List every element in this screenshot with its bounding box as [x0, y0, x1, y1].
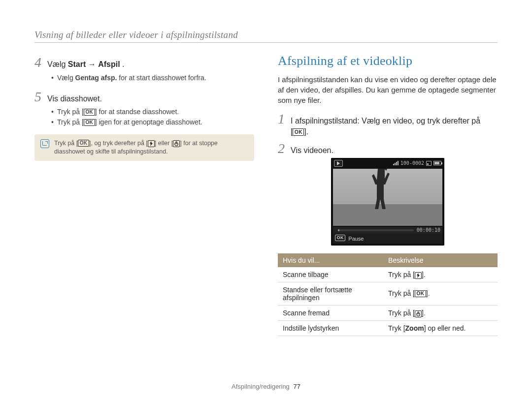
note-mid1: ], og tryk derefter på [ — [89, 140, 148, 147]
step-1: 1 I afspilningstilstand: Vælg en video, … — [278, 112, 498, 137]
cell-desc: Tryk [Zoom] op eller ned. — [383, 320, 498, 336]
screen-body — [333, 169, 442, 226]
list-item: Tryk på [OK] for at standse diasshowet. — [51, 107, 254, 117]
camera-screen: 100-0002 — [331, 158, 444, 246]
left-column: 4 Vælg Start → Afspil . Vælg Gentag afsp… — [34, 54, 254, 336]
cell-desc: Tryk på [OK]. — [383, 282, 498, 305]
note-text: Tryk på [OK], og tryk derefter på [] ell… — [54, 139, 248, 156]
ok-icon: OK — [78, 140, 89, 147]
table-row: Standse eller fortsætte afspilningen Try… — [278, 282, 498, 305]
step-number: 4 — [34, 56, 47, 69]
desc-bold: Zoom — [405, 324, 424, 332]
th-description: Beskrivelse — [383, 253, 498, 267]
bullet-prefix: Vælg — [57, 74, 75, 82]
step-text: Vis diasshowet. — [47, 93, 102, 104]
breadcrumb: Visning af billeder eller videoer i afsp… — [34, 30, 498, 43]
ok-icon: OK — [335, 235, 345, 241]
screenshot-wrap: 100-0002 — [278, 158, 498, 246]
bullet-post: ] for at standse diasshowet. — [95, 108, 179, 116]
timer-icon — [415, 310, 422, 317]
step-number: 2 — [278, 142, 291, 155]
footer-section: Afspilning/redigering — [232, 383, 290, 390]
flash-icon — [415, 272, 422, 279]
list-item: Vælg Gentag afsp. for at start diasshowe… — [51, 73, 254, 83]
ok-icon: OK — [415, 290, 426, 297]
cell-desc: Tryk på []. — [383, 267, 498, 282]
note-icon — [40, 139, 49, 148]
cell-action: Standse eller fortsætte afspilningen — [278, 282, 383, 305]
screen-progress-strip: 00:00:10 — [333, 227, 442, 234]
step4-arrow: → — [86, 60, 98, 68]
elapsed-time: 00:00:10 — [417, 227, 440, 233]
step4-suffix: . — [120, 60, 125, 68]
cell-desc: Tryk på []. — [383, 305, 498, 320]
screen-top-bar: 100-0002 — [333, 160, 442, 168]
flash-icon — [148, 140, 155, 147]
step-text: Vælg Start → Afspil . — [47, 58, 124, 70]
desc-post: ]. — [422, 309, 426, 317]
file-counter: 100-0002 — [400, 160, 424, 166]
bullet-pre: Tryk på [ — [57, 108, 84, 116]
footer: Afspilning/redigering 77 — [0, 383, 532, 390]
desc-post: ]. — [422, 271, 426, 278]
screen-bottom-bar: OK Pause — [333, 234, 442, 244]
play-mode-icon — [334, 160, 343, 167]
person-silhouette — [368, 169, 395, 210]
step-number: 1 — [278, 112, 291, 126]
ok-icon: OK — [84, 119, 95, 126]
pause-label: Pause — [348, 236, 364, 242]
cell-action: Scanne fremad — [278, 305, 383, 320]
step5-bullets: Tryk på [OK] for at standse diasshowet. … — [51, 107, 254, 127]
step-number: 5 — [34, 90, 47, 104]
table-row: Scanne tilbage Tryk på []. — [278, 267, 498, 282]
card-icon — [426, 161, 432, 166]
controls-table: Hvis du vil... Beskrivelse Scanne tilbag… — [278, 253, 498, 336]
battery-icon — [433, 161, 441, 165]
table-header-row: Hvis du vil... Beskrivelse — [278, 253, 498, 267]
step1-bracket-close: ]. — [304, 127, 308, 136]
step-5: 5 Vis diasshowet. — [34, 90, 254, 104]
desc-post: ] op eller ned. — [424, 324, 466, 332]
progress-bar — [338, 229, 414, 231]
desc-pre: Tryk på [ — [388, 289, 415, 297]
note-box: Tryk på [OK], og tryk derefter på [] ell… — [34, 134, 254, 161]
right-column: Afspilning af et videoklip I afspilnings… — [278, 54, 498, 336]
note-pre: Tryk på [ — [54, 140, 78, 147]
step1-line1: I afspilningstilstand: Vælg en video, og… — [291, 117, 480, 125]
cell-action: Scanne tilbage — [278, 267, 383, 282]
bullet-pre: Tryk på [ — [57, 118, 84, 126]
section-heading: Afspilning af et videoklip — [278, 54, 498, 68]
desc-pre: Tryk på [ — [388, 271, 415, 278]
table-row: Scanne fremad Tryk på []. — [278, 305, 498, 320]
th-action: Hvis du vil... — [278, 253, 383, 267]
step4-bold2: Afspil — [98, 60, 120, 68]
two-column-layout: 4 Vælg Start → Afspil . Vælg Gentag afsp… — [34, 54, 498, 336]
step4-prefix: Vælg — [47, 60, 68, 68]
step4-bold1: Start — [68, 60, 86, 68]
desc-pre: Tryk på [ — [388, 309, 415, 317]
list-item: Tryk på [OK] igen for at genoptage diass… — [51, 117, 254, 127]
step4-bullets: Vælg Gentag afsp. for at start diasshowe… — [51, 73, 254, 83]
bullet-post: ] igen for at genoptage diasshowet. — [95, 118, 202, 126]
step-text: I afspilningstilstand: Vælg en video, og… — [291, 115, 480, 137]
step-text: Vis videoen. — [291, 144, 333, 156]
desc-post: ]. — [426, 289, 430, 297]
signal-icon — [393, 161, 399, 165]
intro-paragraph: I afspilningstilstanden kan du vise en v… — [278, 74, 498, 105]
ok-icon: OK — [293, 128, 304, 135]
timer-icon — [173, 140, 180, 147]
page-number: 77 — [293, 383, 300, 390]
svg-point-3 — [378, 169, 385, 169]
cell-action: Indstille lydstyrken — [278, 320, 383, 336]
step-2: 2 Vis videoen. — [278, 142, 498, 156]
ok-icon: OK — [84, 109, 95, 116]
step-4: 4 Vælg Start → Afspil . — [34, 56, 254, 70]
bullet-bold: Gentag afsp. — [75, 74, 117, 82]
screen-top-right: 100-0002 — [393, 160, 441, 166]
desc-pre: Tryk [ — [388, 324, 405, 332]
manual-page: Visning af billeder eller videoer i afsp… — [0, 0, 532, 401]
table-row: Indstille lydstyrken Tryk [Zoom] op elle… — [278, 320, 498, 336]
note-mid2: ] eller [ — [155, 140, 173, 147]
bullet-suffix: for at start diasshowet forfra. — [117, 74, 206, 82]
